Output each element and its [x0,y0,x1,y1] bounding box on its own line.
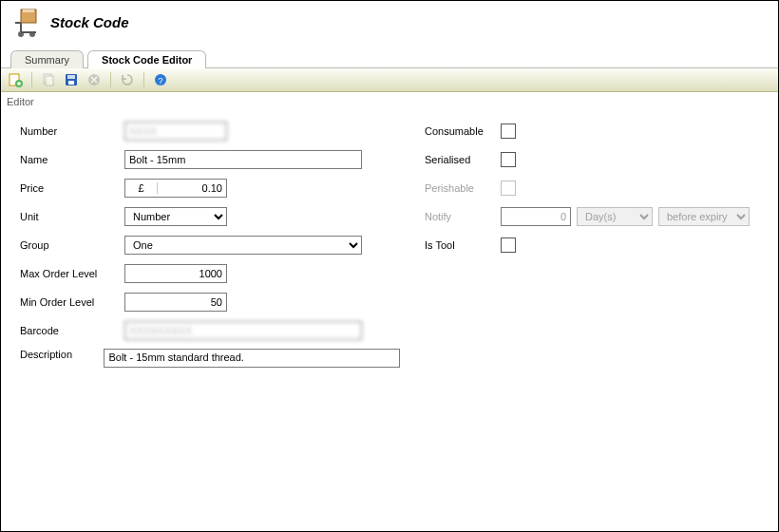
description-label: Description [20,349,104,360]
group-label: Group [20,239,124,251]
price-label: Price [20,182,124,194]
notify-when-select: before expiry [658,207,750,226]
svg-rect-1 [23,10,34,12]
notify-label: Notify [425,211,501,222]
number-label: Number [20,125,124,137]
toolbar-separator [110,72,111,87]
tab-strip: Summary Stock Code Editor [1,47,778,68]
min-order-input[interactable] [124,293,227,312]
max-order-input[interactable] [124,264,227,283]
barcode-input[interactable] [124,321,362,340]
group-select[interactable]: One [124,236,362,255]
is-tool-label: Is Tool [425,239,501,251]
is-tool-checkbox[interactable] [501,238,516,253]
notify-unit-select: Day(s) [577,207,653,226]
delete-button[interactable] [86,71,103,88]
perishable-label: Perishable [425,182,501,194]
max-order-label: Max Order Level [20,268,124,279]
serialised-checkbox[interactable] [501,152,516,167]
tab-summary[interactable]: Summary [10,50,84,68]
toolbar-separator [143,72,144,87]
serialised-label: Serialised [425,154,501,165]
refresh-button[interactable] [119,71,136,88]
unit-label: Unit [20,211,124,222]
consumable-checkbox[interactable] [501,124,516,139]
svg-text:?: ? [158,76,162,86]
group-header: Editor [1,92,778,111]
name-input[interactable] [124,150,362,169]
stock-icon [10,5,45,39]
price-field: £ [124,179,227,198]
description-textarea[interactable]: Bolt - 15mm standard thread. [104,349,400,368]
help-button[interactable]: ? [152,71,169,88]
toolbar: ? [1,68,778,92]
barcode-label: Barcode [20,325,124,336]
svg-rect-10 [46,76,53,86]
new-button[interactable] [7,71,24,88]
svg-rect-13 [68,81,74,85]
tab-stock-code-editor[interactable]: Stock Code Editor [87,50,206,68]
consumable-label: Consumable [425,125,501,137]
save-button[interactable] [63,71,80,88]
window-header: Stock Code [1,1,778,41]
svg-rect-12 [67,75,75,79]
page-title: Stock Code [50,14,129,30]
currency-symbol: £ [125,182,158,194]
perishable-checkbox [501,180,516,196]
price-input[interactable] [158,181,226,195]
number-input[interactable] [124,122,227,141]
unit-select[interactable]: Number [124,207,227,226]
toolbar-separator [31,72,32,87]
notify-value-input [501,207,571,226]
min-order-label: Min Order Level [20,296,124,308]
copy-button[interactable] [40,71,57,88]
name-label: Name [20,154,124,165]
editor-form: Number Name Price £ Unit Number Group On… [1,111,778,368]
